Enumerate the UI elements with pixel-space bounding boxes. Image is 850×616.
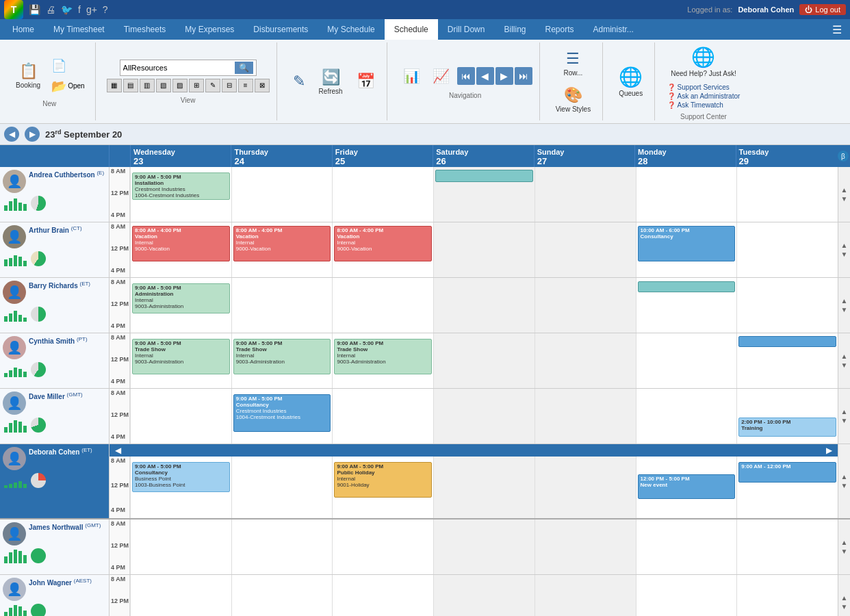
day-cell-john-sat[interactable] — [433, 575, 535, 616]
rows-button[interactable]: ☰ Row... — [558, 47, 587, 80]
scroll-down-dave[interactable]: ▼ — [840, 416, 849, 425]
day-cell-andrea-tue[interactable] — [736, 167, 838, 222]
day-cell-barry-sat[interactable] — [433, 278, 535, 333]
view-icon-2[interactable]: ▤ — [123, 79, 138, 92]
nav-admin[interactable]: Administr... — [584, 19, 643, 40]
nav-disbursements[interactable]: Disbursements — [244, 19, 318, 40]
edit-button[interactable]: ✎ — [288, 69, 310, 94]
day-cell-barry-fri[interactable] — [332, 278, 433, 333]
day-cell-james-fri[interactable] — [332, 519, 433, 574]
small-new-btn1[interactable]: 📄 — [48, 56, 88, 75]
day-cell-cynthia-sat[interactable] — [433, 333, 535, 388]
day-cell-dave-wed[interactable] — [130, 389, 231, 444]
queues-button[interactable]: 🌐 Queues — [614, 62, 647, 101]
day-cell-john-mon[interactable] — [636, 575, 737, 616]
deborah-scroll-right[interactable]: ▶ — [823, 446, 835, 455]
day-cell-john-thu[interactable] — [231, 575, 333, 616]
day-cell-dave-sat[interactable] — [433, 389, 535, 444]
event-deborah-tue[interactable]: 9:00 AM - 12:00 PM — [738, 462, 836, 483]
facebook-icon[interactable]: f — [78, 4, 81, 15]
day-cell-barry-thu[interactable] — [231, 278, 333, 333]
scroll-down-james[interactable]: ▼ — [840, 547, 849, 556]
event-arthur-thu[interactable]: 8:00 AM - 4:00 PMVacationInternal9000-Va… — [233, 226, 331, 261]
scroll-down-deborah[interactable]: ▼ — [840, 481, 849, 490]
refresh-button[interactable]: 🔄 Refresh — [314, 65, 348, 99]
event-barry-wed[interactable]: 9:00 AM - 5:00 PMAdministrationInternal9… — [132, 283, 230, 313]
view-icon-8[interactable]: ⊟ — [222, 79, 237, 92]
open-button[interactable]: 📂 Open — [48, 77, 88, 96]
event-andrea-sat[interactable] — [435, 170, 533, 182]
day-cell-dave-tue[interactable]: 2:00 PM - 10:00 PMTraining — [736, 389, 838, 444]
event-deborah-wed[interactable]: 9:00 AM - 5:00 PMConsultancyBusiness Poi… — [132, 462, 230, 492]
event-cynthia-fri[interactable]: 9:00 AM - 5:00 PMTrade ShowInternal9003-… — [334, 339, 432, 374]
nav-prev-button[interactable]: ◀ — [476, 67, 494, 85]
day-cell-deborah-fri[interactable]: 9:00 AM - 5:00 PMPublic HolidayInternal9… — [332, 457, 433, 518]
day-cell-barry-tue[interactable] — [736, 278, 838, 333]
scroll-up-barry[interactable]: ▲ — [840, 296, 849, 305]
day-cell-andrea-sun[interactable] — [535, 167, 636, 222]
scroll-down-cynthia[interactable]: ▼ — [840, 361, 849, 370]
day-cell-dave-sun[interactable] — [535, 389, 636, 444]
nav-drill-down[interactable]: Drill Down — [438, 19, 495, 40]
ask-admin-link[interactable]: ❓ Ask an Administrator — [667, 92, 740, 100]
view-icon-4[interactable]: ▧ — [156, 79, 171, 92]
day-cell-james-mon[interactable] — [636, 519, 737, 574]
day-cell-arthur-mon[interactable]: 10:00 AM - 6:00 PMConsultancy — [636, 222, 737, 277]
booking-button[interactable]: 📋 Booking — [11, 59, 45, 92]
day-cell-arthur-sun[interactable] — [535, 222, 636, 277]
scroll-down-barry[interactable]: ▼ — [840, 305, 849, 314]
event-cynthia-tue[interactable] — [738, 336, 836, 347]
day-cell-andrea-wed[interactable]: 9:00 AM - 5:00 PMInstallationCrestmont I… — [130, 167, 231, 222]
need-help-button[interactable]: 🌐 Need Help? Just Ask! — [666, 42, 741, 81]
print-icon[interactable]: 🖨 — [46, 4, 55, 15]
date-prev-button[interactable]: ◀ — [4, 127, 19, 142]
nav-billing[interactable]: Billing — [494, 19, 535, 40]
scroll-up-dave[interactable]: ▲ — [840, 407, 849, 416]
day-cell-andrea-sat[interactable] — [433, 167, 535, 222]
day-cell-cynthia-tue[interactable] — [736, 333, 838, 388]
deborah-scroll-left[interactable]: ◀ — [112, 446, 124, 455]
event-dave-tue[interactable]: 2:00 PM - 10:00 PMTraining — [738, 418, 836, 437]
ask-timewatch-link[interactable]: ❓ Ask Timewatch — [667, 101, 740, 109]
day-cell-andrea-mon[interactable] — [636, 167, 737, 222]
view-icon-6[interactable]: ⊞ — [189, 79, 204, 92]
day-cell-barry-mon[interactable] — [636, 278, 737, 333]
day-cell-arthur-wed[interactable]: 8:00 AM - 4:00 PMVacationInternal9000-Va… — [130, 222, 231, 277]
day-cell-barry-wed[interactable]: 9:00 AM - 5:00 PMAdministrationInternal9… — [130, 278, 231, 333]
scroll-up-cynthia[interactable]: ▲ — [840, 352, 849, 361]
event-cynthia-thu[interactable]: 9:00 AM - 5:00 PMTrade ShowInternal9003-… — [233, 339, 331, 374]
support-services-link[interactable]: ❓ Support Services — [667, 84, 740, 91]
day-cell-andrea-fri[interactable] — [332, 167, 433, 222]
day-cell-deborah-sun[interactable] — [535, 457, 636, 518]
nav-my-timesheet[interactable]: My Timesheet — [44, 19, 114, 40]
day-cell-deborah-tue[interactable]: 9:00 AM - 12:00 PM — [736, 457, 838, 518]
day-cell-james-tue[interactable] — [736, 519, 838, 574]
day-cell-barry-sun[interactable] — [535, 278, 636, 333]
day-cell-arthur-thu[interactable]: 8:00 AM - 4:00 PMVacationInternal9000-Va… — [231, 222, 333, 277]
scroll-up-john[interactable]: ▲ — [840, 593, 849, 602]
day-cell-john-tue[interactable] — [736, 575, 838, 616]
day-cell-deborah-thu[interactable] — [231, 457, 333, 518]
view-icon-7[interactable]: ✎ — [205, 79, 220, 92]
day-cell-deborah-mon[interactable]: 12:00 PM - 5:00 PMNew event — [636, 457, 737, 518]
twitter-icon[interactable]: 🐦 — [61, 4, 73, 15]
day-cell-cynthia-mon[interactable] — [636, 333, 737, 388]
day-cell-james-sat[interactable] — [433, 519, 535, 574]
date-next-button[interactable]: ▶ — [25, 127, 40, 142]
event-arthur-wed[interactable]: 8:00 AM - 4:00 PMVacationInternal9000-Va… — [132, 226, 230, 261]
view-icon-5[interactable]: ▨ — [172, 79, 188, 92]
help-icon[interactable]: ? — [103, 4, 108, 15]
schedule-icons-btn1[interactable]: 📊 — [398, 64, 425, 88]
day-cell-dave-fri[interactable] — [332, 389, 433, 444]
view-icon-3[interactable]: ▥ — [140, 79, 155, 92]
view-icon-9[interactable]: ≡ — [238, 79, 253, 92]
nav-my-schedule[interactable]: My Schedule — [318, 19, 384, 40]
event-arthur-fri[interactable]: 8:00 AM - 4:00 PMVacationInternal9000-Va… — [334, 226, 432, 261]
day-cell-cynthia-wed[interactable]: 9:00 AM - 5:00 PMTrade ShowInternal9003-… — [130, 333, 231, 388]
scroll-down-arthur[interactable]: ▼ — [840, 250, 849, 259]
nav-reports[interactable]: Reports — [535, 19, 583, 40]
search-input[interactable] — [123, 64, 235, 72]
scroll-up-andrea[interactable]: ▲ — [840, 185, 849, 194]
event-deborah-fri[interactable]: 9:00 AM - 5:00 PMPublic HolidayInternal9… — [334, 462, 432, 498]
event-dave-thu[interactable]: 9:00 AM - 5:00 PMConsultancyCrestmont In… — [233, 394, 331, 432]
